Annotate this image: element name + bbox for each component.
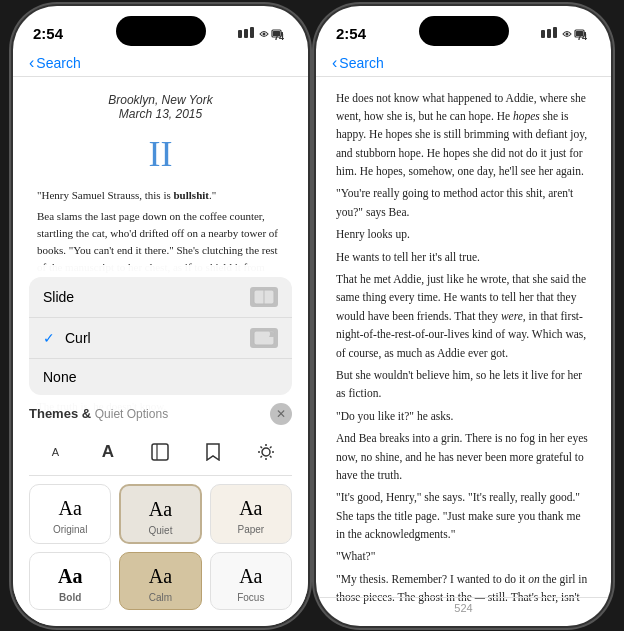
svg-rect-0 xyxy=(238,30,242,38)
r-para-4: He wants to tell her it's all true. xyxy=(336,248,591,266)
theme-grid: Aa Original Aa Quiet Aa Paper Aa Bold Aa… xyxy=(29,484,292,610)
status-icons-right: 74 xyxy=(541,27,591,41)
theme-paper-aa: Aa xyxy=(239,497,262,520)
theme-bold[interactable]: Aa Bold xyxy=(29,552,111,610)
svg-rect-24 xyxy=(553,27,557,38)
curl-label: Curl xyxy=(65,330,91,346)
theme-calm[interactable]: Aa Calm xyxy=(119,552,201,610)
theme-original-aa: Aa xyxy=(59,497,82,520)
svg-point-3 xyxy=(263,32,266,35)
theme-original-name: Original xyxy=(53,524,87,535)
transition-none[interactable]: None xyxy=(29,359,292,395)
reading-content: He does not know what happened to Addie,… xyxy=(316,77,611,609)
none-label: None xyxy=(43,369,76,385)
r-para-5: That he met Addie, just like he wrote, t… xyxy=(336,270,591,362)
r-para-10: "What?" xyxy=(336,547,591,565)
r-para-7: "Do you like it?" he asks. xyxy=(336,407,591,425)
curl-check: ✓ xyxy=(43,330,55,346)
time-left: 2:54 xyxy=(33,25,63,42)
layout-button[interactable] xyxy=(142,437,178,467)
theme-focus[interactable]: Aa Focus xyxy=(210,552,292,610)
nav-bar-left: ‹ Search xyxy=(13,50,308,77)
time-right: 2:54 xyxy=(336,25,366,42)
r-para-3: Henry looks up. xyxy=(336,225,591,243)
theme-quiet[interactable]: Aa Quiet xyxy=(119,484,201,544)
themes-header: Themes & Quiet Options ✕ xyxy=(29,403,292,425)
svg-rect-11 xyxy=(152,444,168,460)
font-small-button[interactable]: A xyxy=(37,437,73,467)
quiet-options: Quiet Options xyxy=(95,407,168,421)
svg-rect-1 xyxy=(244,29,248,38)
back-chevron-left: ‹ xyxy=(29,54,34,72)
bookmark-button[interactable] xyxy=(195,437,231,467)
theme-quiet-aa: Aa xyxy=(149,498,172,521)
svg-line-19 xyxy=(270,456,272,458)
svg-text:74: 74 xyxy=(577,32,587,41)
brightness-button[interactable] xyxy=(248,437,284,467)
svg-line-18 xyxy=(260,446,262,448)
page-number: 524 xyxy=(316,597,611,618)
r-para-8: And Bea breaks into a grin. There is no … xyxy=(336,429,591,484)
left-phone: 2:54 74 ‹ Search Brooklyn, New York Ma xyxy=(13,6,308,626)
theme-bold-aa: Aa xyxy=(58,565,82,588)
theme-bold-name: Bold xyxy=(59,592,81,603)
transition-menu: Slide ✓ Curl xyxy=(29,277,292,395)
r-para-9: "It's good, Henry," she says. "It's real… xyxy=(336,488,591,543)
r-para-6: But she wouldn't believe him, so he lets… xyxy=(336,366,591,403)
para-1: "Henry Samuel Strauss, this is bullshit.… xyxy=(37,187,284,204)
theme-focus-aa: Aa xyxy=(239,565,262,588)
theme-paper-name: Paper xyxy=(237,524,264,535)
transition-slide[interactable]: Slide xyxy=(29,277,292,318)
nav-bar-right: ‹ Search xyxy=(316,50,611,77)
svg-line-21 xyxy=(260,456,262,458)
themes-title: Themes & Quiet Options xyxy=(29,406,168,421)
svg-text:74: 74 xyxy=(274,32,284,41)
r-para-1: He does not know what happened to Addie,… xyxy=(336,89,591,181)
font-large-button[interactable]: A xyxy=(90,437,126,467)
overlay-panel: Slide ✓ Curl xyxy=(13,265,308,626)
theme-original[interactable]: Aa Original xyxy=(29,484,111,544)
theme-calm-aa: Aa xyxy=(149,565,172,588)
theme-quiet-name: Quiet xyxy=(149,525,173,536)
svg-line-20 xyxy=(270,446,272,448)
svg-point-13 xyxy=(262,448,270,456)
r-para-2: "You're really going to method actor thi… xyxy=(336,184,591,221)
back-button-right[interactable]: ‹ Search xyxy=(332,54,384,72)
theme-calm-name: Calm xyxy=(149,592,172,603)
book-location: Brooklyn, New York xyxy=(37,93,284,107)
slide-label: Slide xyxy=(43,289,74,305)
toolbar-row: A A xyxy=(29,429,292,476)
back-button-left[interactable]: ‹ Search xyxy=(29,54,81,72)
svg-point-25 xyxy=(566,32,569,35)
svg-rect-23 xyxy=(547,29,551,38)
back-label-right: Search xyxy=(339,55,383,71)
svg-rect-22 xyxy=(541,30,545,38)
transition-curl[interactable]: ✓ Curl xyxy=(29,318,292,359)
book-chapter: II xyxy=(13,129,308,179)
curl-icon xyxy=(250,328,278,348)
theme-focus-name: Focus xyxy=(237,592,264,603)
close-button[interactable]: ✕ xyxy=(270,403,292,425)
back-chevron-right: ‹ xyxy=(332,54,337,72)
back-label-left: Search xyxy=(36,55,80,71)
slide-icon xyxy=(250,287,278,307)
dynamic-island-right xyxy=(419,16,509,46)
book-header: Brooklyn, New York March 13, 2015 xyxy=(13,77,308,129)
status-icons-left: 74 xyxy=(238,27,288,41)
book-date: March 13, 2015 xyxy=(37,107,284,121)
svg-rect-2 xyxy=(250,27,254,38)
theme-paper[interactable]: Aa Paper xyxy=(210,484,292,544)
right-phone: 2:54 74 ‹ Search He does not know what h… xyxy=(316,6,611,626)
dynamic-island xyxy=(116,16,206,46)
